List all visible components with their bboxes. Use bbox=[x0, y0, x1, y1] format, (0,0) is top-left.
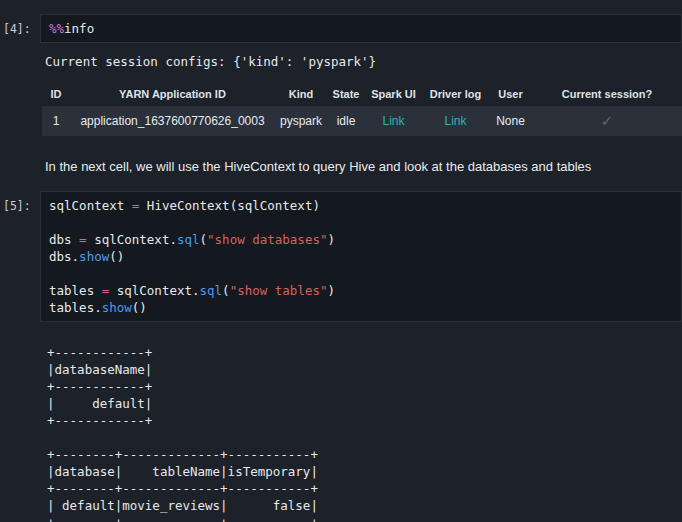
column-header: Current session? bbox=[532, 82, 682, 106]
column-header: Kind bbox=[275, 82, 327, 106]
session-user: None bbox=[496, 114, 525, 128]
column-header: ID bbox=[42, 82, 70, 106]
column-header: Spark UI bbox=[365, 82, 422, 106]
session-kind: pyspark bbox=[280, 114, 322, 128]
notebook-page: [4]: %%info Current session configs: {'k… bbox=[0, 0, 682, 522]
cell-4-output: Current session configs: {'kind': 'pyspa… bbox=[45, 53, 682, 136]
column-header: User bbox=[489, 82, 532, 106]
column-header: YARN Application ID bbox=[70, 82, 275, 106]
sessions-table: IDYARN Application IDKindStateSpark UIDr… bbox=[42, 82, 682, 136]
driver-log-link[interactable]: Link bbox=[444, 114, 466, 128]
ascii-output: +------------+ |databaseName| +---------… bbox=[47, 344, 682, 522]
code-cell-5-input[interactable]: sqlContext = HiveContext(sqlContext) dbs… bbox=[40, 191, 682, 322]
yarn-application-id: application_1637600770626_0003 bbox=[80, 114, 264, 128]
sessions-table-header-row: IDYARN Application IDKindStateSpark UIDr… bbox=[42, 82, 682, 106]
code-cell-4: [4]: %%info bbox=[0, 14, 682, 43]
column-header: State bbox=[327, 82, 365, 106]
current-session-check-icon: ✓ bbox=[601, 112, 614, 129]
column-header: Driver log bbox=[422, 82, 489, 106]
session-state: idle bbox=[337, 114, 356, 128]
execution-prompt-4: [4]: bbox=[0, 14, 40, 43]
markdown-paragraph: In the next cell, we will use the HiveCo… bbox=[45, 158, 682, 175]
spark-ui-link[interactable]: Link bbox=[382, 114, 404, 128]
spacer bbox=[0, 175, 682, 191]
execution-prompt-5: [5]: bbox=[0, 191, 40, 322]
code-cell-4-input[interactable]: %%info bbox=[40, 14, 682, 43]
session-row: 1application_1637600770626_0003pysparkid… bbox=[42, 106, 682, 136]
session-id: 1 bbox=[53, 114, 60, 128]
code-cell-5: [5]: sqlContext = HiveContext(sqlContext… bbox=[0, 191, 682, 322]
code-5: sqlContext = HiveContext(sqlContext) dbs… bbox=[49, 197, 673, 316]
session-configs-line: Current session configs: {'kind': 'pyspa… bbox=[45, 53, 682, 70]
code-4: %%info bbox=[49, 20, 673, 37]
